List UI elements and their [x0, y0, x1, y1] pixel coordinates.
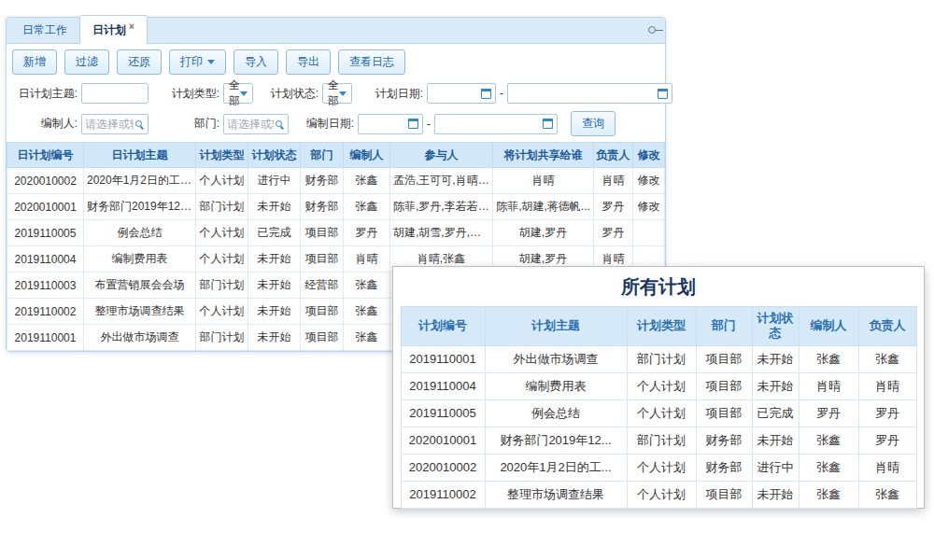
filter-row-1: 日计划主题: 计划类型: 全部 计划状态: 全部 计划日期: -: [7, 79, 665, 107]
print-button[interactable]: 打印: [169, 49, 226, 75]
cell-dept: 财务部: [696, 454, 752, 481]
date-range-separator: -: [427, 118, 431, 131]
table-row[interactable]: 20200100022020年1月2日的工作日...个人计划进行中财务部张鑫孟浩…: [7, 168, 665, 194]
cell-creator: 罗丹: [344, 220, 390, 246]
cell-creator: 张鑫: [344, 325, 390, 351]
column-header-subject: 计划主题: [485, 307, 627, 346]
cell-type: 部门计划: [196, 325, 248, 351]
cell-subject[interactable]: 布置营销展会会场: [84, 273, 196, 299]
cell-edit: [633, 220, 665, 246]
creator-picker[interactable]: [81, 114, 149, 134]
filter-button[interactable]: 过滤: [64, 49, 109, 75]
key-icon[interactable]: [648, 26, 656, 34]
cell-type: 个人计划: [627, 372, 696, 399]
plan-status-label: 计划状态:: [262, 86, 318, 102]
cell-subject: 2020年1月2日的工...: [485, 454, 627, 481]
calendar-icon[interactable]: [481, 89, 491, 99]
compile-date-from-input[interactable]: [361, 118, 406, 131]
add-button[interactable]: 新增: [12, 49, 57, 75]
import-button[interactable]: 导入: [234, 49, 278, 75]
cell-status: 已完成: [248, 220, 301, 246]
plan-date-from-field[interactable]: [427, 83, 496, 104]
restore-button[interactable]: 还原: [117, 49, 162, 75]
cell-share-with: 肖晴: [493, 168, 594, 194]
cell-dept: 财务部: [301, 194, 344, 220]
cell-plan-id[interactable]: 2019110005: [7, 220, 84, 246]
tab-close-icon[interactable]: ×: [129, 21, 134, 32]
table-row[interactable]: 2019110001外出做市场调查部门计划项目部未开始张鑫张鑫: [401, 345, 916, 372]
all-plans-table-body: 2019110001外出做市场调查部门计划项目部未开始张鑫张鑫201911000…: [401, 345, 916, 508]
column-header-status: 计划状态: [248, 143, 301, 168]
table-row[interactable]: 2020010001财务部门2019年12...部门计划财务部未开始张鑫罗丹: [401, 427, 916, 454]
calendar-icon[interactable]: [408, 119, 418, 129]
cell-owner[interactable]: 罗丹: [594, 194, 633, 220]
export-button[interactable]: 导出: [286, 49, 331, 75]
plan-date-to-field[interactable]: [507, 83, 672, 104]
cell-owner[interactable]: 肖晴: [594, 168, 633, 194]
table-row[interactable]: 2019110002整理市场调查结果个人计划项目部未开始张鑫张鑫: [401, 481, 916, 508]
plan-type-value: 全部: [229, 77, 240, 109]
column-header-participants: 参与人: [390, 143, 493, 168]
cell-type: 部门计划: [627, 345, 696, 372]
cell-subject[interactable]: 外出做市场调查: [84, 325, 196, 351]
cell-status: 已完成: [752, 399, 799, 427]
cell-subject[interactable]: 编制费用表: [84, 246, 196, 273]
cell-subject[interactable]: 例会总结: [84, 220, 196, 246]
compile-date-to-field[interactable]: [434, 114, 558, 134]
search-icon[interactable]: [276, 120, 282, 127]
column-header-type: 计划类型: [627, 307, 696, 346]
cell-type: 个人计划: [196, 220, 248, 246]
cell-plan-id[interactable]: 2020010001: [7, 194, 84, 220]
view-log-button[interactable]: 查看日志: [338, 49, 405, 75]
search-icon[interactable]: [135, 120, 142, 127]
cell-plan-id[interactable]: 2020010002: [7, 168, 84, 194]
cell-dept: 项目部: [696, 372, 752, 399]
search-button[interactable]: 查询: [571, 111, 616, 136]
cell-status: 未开始: [248, 273, 301, 299]
cell-creator: 张鑫: [344, 299, 390, 325]
creator-input[interactable]: [85, 118, 134, 131]
cell-participants: 胡建,胡雪,罗丹,任晓...: [390, 220, 493, 246]
cell-plan-id[interactable]: 2019110001: [7, 325, 84, 351]
table-row[interactable]: 2019110005例会总结个人计划已完成项目部罗丹胡建,胡雪,罗丹,任晓...…: [7, 220, 665, 246]
compile-date-from-field[interactable]: [358, 114, 423, 134]
cell-type: 部门计划: [196, 194, 248, 220]
subject-input[interactable]: [81, 83, 149, 104]
column-header-subject: 日计划主题: [84, 143, 196, 168]
column-header-edit: 修改: [633, 143, 665, 168]
cell-subject: 财务部门2019年12...: [485, 427, 627, 454]
cell-subject[interactable]: 2020年1月2日的工作日...: [84, 168, 196, 194]
dept-picker[interactable]: [223, 114, 289, 134]
cell-edit[interactable]: 修改: [633, 168, 665, 194]
column-header-status: 计划状态: [752, 307, 799, 346]
cell-subject[interactable]: 财务部门2019年12月的...: [84, 194, 196, 220]
calendar-icon[interactable]: [543, 119, 553, 129]
tab-label: 日常工作: [22, 23, 67, 36]
table-row[interactable]: 2019110005例会总结个人计划项目部已完成罗丹罗丹: [401, 399, 916, 427]
cell-subject: 外出做市场调查: [485, 345, 627, 372]
cell-plan-id: 2019110004: [401, 372, 485, 399]
cell-plan-id[interactable]: 2019110004: [7, 246, 84, 273]
plan-type-select[interactable]: 全部: [223, 83, 253, 104]
plan-date-to-input[interactable]: [511, 87, 656, 100]
creator-label: 编制人:: [12, 116, 78, 132]
chevron-down-icon: [339, 91, 347, 96]
calendar-icon[interactable]: [658, 89, 668, 99]
cell-edit[interactable]: 修改: [633, 194, 665, 220]
dept-input[interactable]: [227, 118, 274, 131]
cell-subject[interactable]: 整理市场调查结果: [84, 299, 196, 325]
dept-label: 部门:: [163, 116, 219, 132]
tab-daily-work[interactable]: 日常工作: [10, 17, 79, 43]
table-row[interactable]: 2019110004编制费用表个人计划项目部未开始肖晴肖晴: [401, 372, 916, 399]
cell-owner[interactable]: 罗丹: [594, 220, 633, 246]
table-row[interactable]: 20200100022020年1月2日的工...个人计划财务部进行中张鑫肖晴: [401, 454, 916, 481]
plan-date-from-input[interactable]: [431, 87, 479, 100]
plan-status-select[interactable]: 全部: [322, 83, 352, 104]
cell-plan-id[interactable]: 2019110002: [7, 299, 84, 325]
tab-daily-plan[interactable]: 日计划×: [79, 15, 148, 44]
cell-plan-id[interactable]: 2019110003: [7, 273, 84, 299]
table-row[interactable]: 2020010001财务部门2019年12月的...部门计划未开始财务部张鑫陈菲…: [7, 194, 665, 220]
cell-plan-id: 2019110001: [401, 345, 485, 372]
column-header-share-with: 将计划共享给谁: [493, 143, 594, 168]
compile-date-to-input[interactable]: [438, 118, 541, 131]
